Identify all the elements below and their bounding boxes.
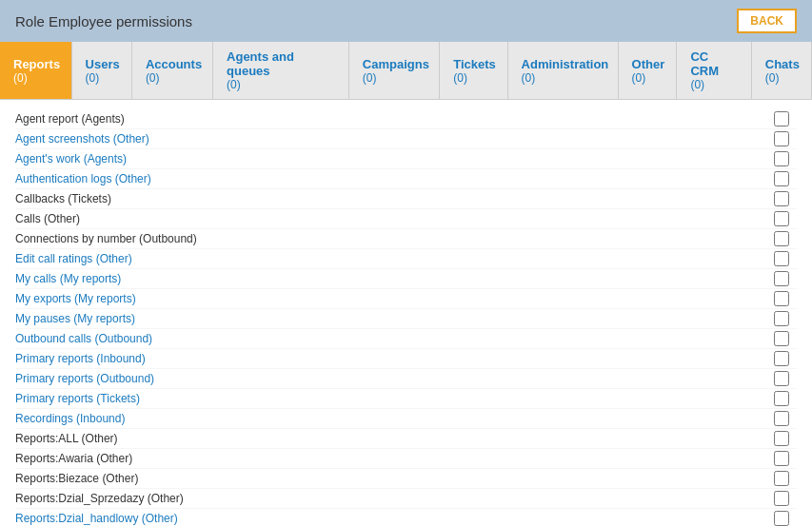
tab-reports[interactable]: Reports(0) <box>0 42 72 99</box>
permission-row: Calls (Other) <box>15 209 797 229</box>
permission-checkbox[interactable] <box>774 391 789 406</box>
permission-checkbox[interactable] <box>774 311 789 326</box>
permission-label: Reports:Awaria (Other) <box>15 452 774 465</box>
permission-label: Primary reports (Tickets) <box>15 392 774 405</box>
content-area: Agent report (Agents)Agent screenshots (… <box>0 100 812 526</box>
header: Role Employee permissions BACK <box>0 0 812 42</box>
permission-row: My exports (My reports) <box>15 289 797 309</box>
permission-row: Agent report (Agents) <box>15 109 797 129</box>
permission-label: My calls (My reports) <box>15 272 774 285</box>
permission-row: Agent's work (Agents) <box>15 149 797 169</box>
tab-campaigns[interactable]: Campaigns(0) <box>349 42 440 99</box>
permission-row: Reports:Biezace (Other) <box>15 469 797 489</box>
permission-row: Primary reports (Tickets) <box>15 389 797 409</box>
permission-row: Agent screenshots (Other) <box>15 129 797 149</box>
permission-checkbox[interactable] <box>774 171 789 186</box>
permission-row: My calls (My reports) <box>15 269 797 289</box>
permission-checkbox[interactable] <box>774 291 789 306</box>
permission-checkbox[interactable] <box>774 131 789 146</box>
permission-checkbox[interactable] <box>774 431 789 446</box>
permission-row: Outbound calls (Outbound) <box>15 329 797 349</box>
permission-checkbox[interactable] <box>774 231 789 246</box>
tab-administration[interactable]: Administration(0) <box>508 42 619 99</box>
permission-row: Reports:ALL (Other) <box>15 429 797 449</box>
permission-label: My pauses (My reports) <box>15 312 774 325</box>
tab-chats[interactable]: Chats(0) <box>752 42 812 99</box>
permission-checkbox[interactable] <box>774 451 789 466</box>
permission-row: Connections by number (Outbound) <box>15 229 797 249</box>
permission-row: Reports:Dzial_handlowy (Other) <box>15 509 797 526</box>
page-title: Role Employee permissions <box>15 13 192 29</box>
permission-checkbox[interactable] <box>774 211 789 226</box>
tab-other[interactable]: Other(0) <box>619 42 678 99</box>
permission-checkbox[interactable] <box>774 511 789 526</box>
permission-label: Primary reports (Outbound) <box>15 372 774 385</box>
permission-checkbox[interactable] <box>774 331 789 346</box>
permission-label: Authentication logs (Other) <box>15 172 774 185</box>
permission-row: My pauses (My reports) <box>15 309 797 329</box>
permission-row: Edit call ratings (Other) <box>15 249 797 269</box>
permission-row: Callbacks (Tickets) <box>15 189 797 209</box>
tabs-bar: Reports(0)Users(0)Accounts(0)Agents and … <box>0 42 812 100</box>
permission-label: Primary reports (Inbound) <box>15 352 774 365</box>
permission-label: Agent's work (Agents) <box>15 152 774 166</box>
permission-row: Primary reports (Inbound) <box>15 349 797 369</box>
permission-checkbox[interactable] <box>774 271 789 286</box>
tab-users[interactable]: Users(0) <box>72 42 132 99</box>
permission-checkbox[interactable] <box>774 411 789 426</box>
permission-checkbox[interactable] <box>774 151 789 166</box>
permission-label: Edit call ratings (Other) <box>15 252 774 265</box>
permission-label: Recordings (Inbound) <box>15 412 774 425</box>
permission-label: My exports (My reports) <box>15 292 774 305</box>
permission-row: Reports:Awaria (Other) <box>15 449 797 469</box>
tab-tickets[interactable]: Tickets(0) <box>440 42 507 99</box>
permission-label: Reports:Dzial_handlowy (Other) <box>15 512 774 525</box>
tab-agents[interactable]: Agents and queues(0) <box>213 42 349 99</box>
permission-label: Calls (Other) <box>15 212 774 225</box>
permission-label: Agent screenshots (Other) <box>15 132 774 146</box>
permission-label: Callbacks (Tickets) <box>15 192 774 205</box>
back-button[interactable]: BACK <box>737 9 797 33</box>
permission-row: Primary reports (Outbound) <box>15 369 797 389</box>
permission-checkbox[interactable] <box>774 491 789 506</box>
permission-checkbox[interactable] <box>774 191 789 206</box>
tab-cc-crm[interactable]: CC CRM(0) <box>677 42 751 99</box>
permission-row: Recordings (Inbound) <box>15 409 797 429</box>
tab-accounts[interactable]: Accounts(0) <box>132 42 213 99</box>
permission-label: Outbound calls (Outbound) <box>15 332 774 345</box>
permission-checkbox[interactable] <box>774 371 789 386</box>
permission-checkbox[interactable] <box>774 471 789 486</box>
permission-checkbox[interactable] <box>774 111 789 127</box>
permission-label: Reports:ALL (Other) <box>15 432 774 445</box>
permission-checkbox[interactable] <box>774 251 789 266</box>
permission-row: Reports:Dzial_Sprzedazy (Other) <box>15 489 797 509</box>
permission-label: Connections by number (Outbound) <box>15 232 774 245</box>
permission-label: Agent report (Agents) <box>15 112 774 126</box>
permission-checkbox[interactable] <box>774 351 789 366</box>
permission-label: Reports:Dzial_Sprzedazy (Other) <box>15 492 774 505</box>
permission-label: Reports:Biezace (Other) <box>15 472 774 485</box>
permission-row: Authentication logs (Other) <box>15 169 797 189</box>
